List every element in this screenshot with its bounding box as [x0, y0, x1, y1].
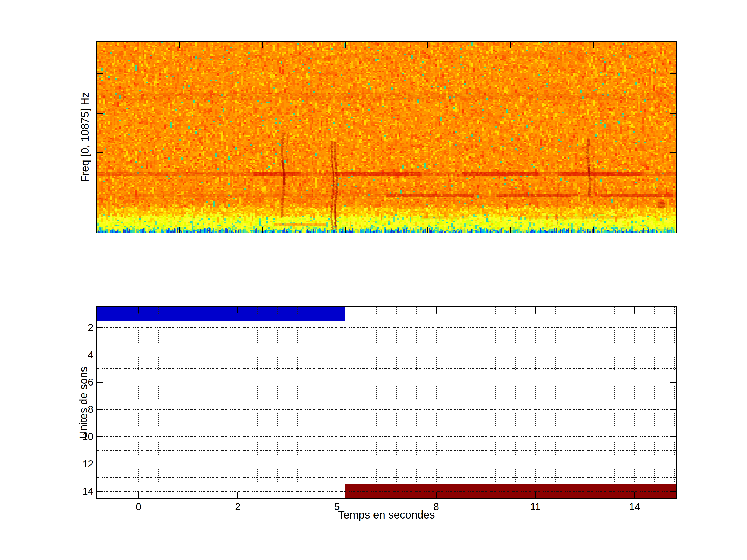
- grid-line-vertical: [535, 307, 536, 498]
- tick-mark: [97, 73, 103, 74]
- tick-mark: [237, 492, 238, 498]
- tick-mark: [634, 492, 635, 498]
- grid-line-vertical: [178, 307, 178, 498]
- y-tick-label: 4: [70, 349, 93, 361]
- tick-mark: [262, 227, 263, 233]
- grid-line-horizontal: [97, 396, 676, 396]
- grid-line-vertical: [436, 307, 437, 498]
- grid-line-vertical: [635, 307, 635, 498]
- tick-mark: [138, 307, 139, 313]
- grid-line-vertical: [357, 307, 357, 498]
- grid-line-vertical: [198, 307, 199, 498]
- grid-line-vertical: [376, 307, 377, 498]
- tick-mark: [337, 307, 337, 313]
- grid-line-horizontal: [97, 423, 676, 423]
- grid-line-vertical: [119, 307, 119, 498]
- y-tick-label: 6: [70, 377, 93, 388]
- tick-mark: [593, 227, 594, 233]
- tick-mark: [634, 307, 635, 313]
- tick-mark: [670, 327, 676, 328]
- grid-line-horizontal: [97, 382, 676, 382]
- tick-mark: [670, 73, 676, 74]
- grid-line-horizontal: [97, 464, 676, 464]
- grid-line-vertical: [317, 307, 317, 498]
- grid-line-horizontal: [97, 314, 676, 314]
- grid-line-vertical: [674, 307, 675, 498]
- grid-line-vertical: [456, 307, 456, 498]
- grid-line-vertical: [476, 307, 476, 498]
- tick-mark: [97, 436, 103, 437]
- tick-mark: [670, 463, 676, 464]
- tick-mark: [593, 42, 594, 48]
- grid-line-horizontal: [97, 491, 676, 491]
- grid-line-horizontal: [97, 341, 676, 342]
- grid-line-vertical: [396, 307, 397, 498]
- grid-line-vertical: [158, 307, 159, 498]
- tick-mark: [428, 227, 428, 233]
- grid-line-vertical: [416, 307, 416, 498]
- grid-line-horizontal: [97, 327, 676, 328]
- tick-mark: [670, 113, 676, 113]
- grid-line-vertical: [297, 307, 298, 498]
- tick-mark: [237, 307, 238, 313]
- x-tick-label: 8: [433, 501, 439, 512]
- tick-mark: [436, 492, 437, 498]
- spectrogram-ylabel: Freq [0, 10875] Hz: [79, 92, 91, 182]
- grid-line-horizontal: [97, 355, 676, 355]
- tick-mark: [97, 113, 103, 113]
- tick-mark: [97, 153, 103, 153]
- tick-mark: [670, 191, 676, 191]
- grid-line-vertical: [654, 307, 655, 498]
- tick-mark: [138, 492, 139, 498]
- tick-mark: [97, 491, 103, 491]
- grid-line-vertical: [238, 307, 238, 498]
- tick-mark: [670, 409, 676, 410]
- grid-line-vertical: [337, 307, 337, 498]
- tick-mark: [428, 42, 428, 48]
- grid-line-vertical: [217, 307, 218, 498]
- tick-mark: [179, 227, 180, 233]
- tick-mark: [670, 153, 676, 153]
- tick-mark: [97, 463, 103, 464]
- tick-mark: [345, 227, 346, 233]
- grid-line-vertical: [495, 307, 496, 498]
- tick-mark: [97, 355, 103, 355]
- grid-line-vertical: [515, 307, 516, 498]
- tick-mark: [670, 382, 676, 383]
- tick-mark: [510, 227, 511, 233]
- grid-line-vertical: [257, 307, 258, 498]
- y-tick-label: 2: [70, 322, 93, 333]
- y-tick-label: 10: [70, 431, 93, 442]
- grid-line-vertical: [99, 307, 99, 498]
- grid-line-vertical: [615, 307, 615, 498]
- figure-canvas: Freq [0, 10875] Hz Unites de sons Temps …: [0, 0, 747, 560]
- grid-line-vertical: [575, 307, 575, 498]
- grid-line-horizontal: [97, 368, 676, 369]
- tick-mark: [97, 327, 103, 328]
- x-tick-label: 11: [530, 501, 540, 512]
- tick-mark: [510, 42, 511, 48]
- tick-mark: [97, 191, 103, 191]
- tick-mark: [179, 42, 180, 48]
- grid-line-horizontal: [97, 477, 676, 478]
- tick-mark: [670, 491, 676, 491]
- x-tick-label: 5: [334, 501, 340, 512]
- x-tick-label: 14: [629, 501, 640, 512]
- y-tick-label: 12: [70, 458, 93, 470]
- x-tick-label: 0: [136, 501, 141, 512]
- spectrogram-image: [97, 42, 676, 233]
- tick-mark: [345, 42, 346, 48]
- grid-line-horizontal: [97, 409, 676, 410]
- time-xlabel: Temps en secondes: [338, 509, 435, 521]
- tick-mark: [337, 492, 337, 498]
- tick-mark: [670, 355, 676, 355]
- tick-mark: [97, 382, 103, 383]
- tick-mark: [97, 409, 103, 410]
- tick-mark: [535, 492, 536, 498]
- grid-line-vertical: [277, 307, 278, 498]
- grid-line-horizontal: [97, 436, 676, 437]
- grid-line-vertical: [555, 307, 556, 498]
- y-tick-label: 8: [70, 404, 93, 415]
- grid-line-vertical: [595, 307, 595, 498]
- units-plot: [97, 306, 677, 499]
